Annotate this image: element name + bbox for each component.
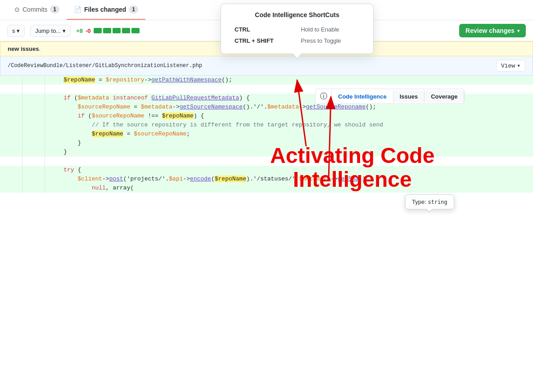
- shortcut-key-2: CTRL + SHIFT: [230, 35, 296, 46]
- code-line: try {: [0, 166, 533, 175]
- diff-boxes: [94, 28, 140, 33]
- tab-files-label: Files changed: [84, 6, 126, 13]
- file-path: /CodeReviewBundle/Listener/GitLabSynchro…: [8, 63, 496, 69]
- shortcut-row-2: CTRL + SHIFT Press to Toggle: [230, 35, 364, 46]
- ci-tab-code-intelligence[interactable]: Code Intelligence: [332, 90, 393, 103]
- tab-commits[interactable]: ⊙ Commits 1: [7, 0, 67, 20]
- diff-box-2: [103, 28, 111, 33]
- view-label: View: [501, 63, 515, 69]
- code-line: }: [0, 139, 533, 148]
- code-line: $client->post('projects/'.$api->encode($…: [0, 175, 533, 184]
- shortcut-action-1: Hold to Enable: [296, 24, 364, 35]
- ci-tab-coverage[interactable]: Coverage: [425, 90, 464, 103]
- diff-stats: +8 -0: [76, 27, 139, 34]
- review-changes-button[interactable]: Review changes ▾: [459, 24, 526, 37]
- deletions-count: -0: [86, 27, 91, 34]
- review-chevron-icon: ▾: [517, 28, 519, 33]
- review-changes-label: Review changes: [465, 27, 515, 34]
- shortcut-key-1: CTRL: [230, 24, 296, 35]
- code-line: if ($sourceRepoName !== $repoName) {: [0, 112, 533, 121]
- code-line: // If the source repository is different…: [0, 121, 533, 130]
- type-tooltip: Type: string: [405, 194, 454, 209]
- code-line: null, array(: [0, 184, 533, 193]
- diff-box-3: [113, 28, 121, 33]
- type-label: Type: string: [412, 198, 447, 205]
- chevron-down-icon: ▾: [63, 27, 66, 34]
- commits-badge: 1: [50, 5, 59, 14]
- files-filter-btn[interactable]: s ▾: [7, 25, 25, 37]
- shortcut-row-1: CTRL Hold to Enable: [230, 24, 364, 35]
- files-icon: 📄: [74, 6, 81, 13]
- jump-to-btn[interactable]: Jump to... ▾: [30, 25, 71, 37]
- shortcuts-table: CTRL Hold to Enable CTRL + SHIFT Press t…: [230, 24, 364, 46]
- type-value: string: [428, 199, 447, 205]
- tab-files-changed[interactable]: 📄 Files changed 1: [67, 0, 145, 20]
- ci-bar: ⓘ Code Intelligence Issues Coverage: [315, 89, 465, 104]
- shortcut-action-2: Press to Toggle: [296, 35, 364, 46]
- files-badge: 1: [129, 5, 138, 14]
- jump-to-label: Jump to...: [35, 27, 61, 34]
- diff-box-4: [122, 28, 130, 33]
- commits-icon: ⊙: [14, 6, 20, 13]
- view-chevron-icon: ▾: [517, 62, 520, 69]
- tooltip-arrow-fill: [426, 208, 433, 212]
- notice-text: new issues.: [8, 45, 41, 52]
- shortcuts-popup: Code Intelligence ShortCuts CTRL Hold to…: [221, 4, 374, 54]
- tab-commits-label: Commits: [23, 6, 47, 13]
- code-line: $repoName = $repository->getPathWithName…: [0, 76, 533, 85]
- code-line: }: [0, 148, 533, 157]
- code-line: $sourceRepoName = $metadata->getSourceNa…: [0, 103, 533, 112]
- shortcuts-popup-title: Code Intelligence ShortCuts: [230, 11, 364, 18]
- info-icon[interactable]: ⓘ: [316, 89, 332, 104]
- additions-count: +8: [76, 27, 83, 34]
- diff-box-5: [131, 28, 140, 33]
- diff-box-1: [94, 28, 102, 33]
- files-filter-label: s ▾: [12, 27, 20, 34]
- ci-tab-issues[interactable]: Issues: [393, 90, 425, 103]
- code-line: $repoName = $sourceRepoName;: [0, 130, 533, 139]
- view-button[interactable]: View ▾: [496, 60, 525, 72]
- file-header: /CodeReviewBundle/Listener/GitLabSynchro…: [0, 56, 533, 76]
- code-line: [0, 157, 533, 166]
- popup-arrow-fill: [293, 54, 301, 59]
